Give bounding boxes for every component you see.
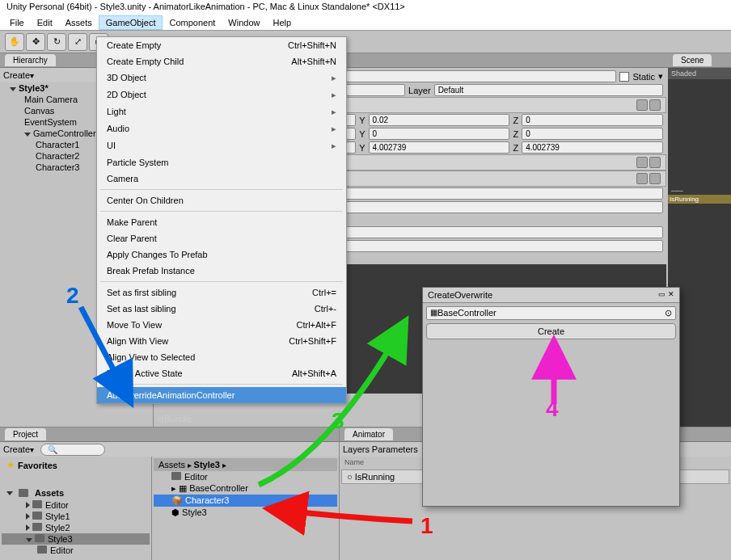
shading-dropdown[interactable]: Shaded <box>668 68 731 79</box>
pos-y[interactable] <box>369 114 510 126</box>
ctx-audio[interactable]: Audio▸ <box>97 120 346 137</box>
ctx-particle-system[interactable]: Particle System <box>97 154 346 171</box>
gear-icon[interactable] <box>649 99 661 111</box>
asset-bundle-label: etBundle <box>157 414 192 423</box>
breadcrumb[interactable]: Assets ▸ Style3 ▸ <box>154 458 337 471</box>
asset-prefab[interactable]: 📦 Character3 <box>154 495 337 507</box>
annotation-2: 2 <box>66 283 79 309</box>
folder-item[interactable]: Style1 <box>2 511 150 522</box>
ctx-create-empty[interactable]: Create EmptyCtrl+Shift+N <box>97 37 346 53</box>
popup-title-text: CreateOverwrite <box>428 290 492 300</box>
annotation-4: 4 <box>546 396 559 422</box>
move-tool[interactable]: ✥ <box>26 33 45 51</box>
folder-item[interactable]: Editor <box>2 545 150 556</box>
scene-tab[interactable]: Scene <box>673 54 712 66</box>
ctx-add-override-controller[interactable]: AddOverrideAnimationController <box>97 387 346 403</box>
asset-scene[interactable]: ⬢ Style3 <box>154 507 337 519</box>
assets-root[interactable]: Assets <box>2 486 150 499</box>
parameters-tab[interactable]: Parameters <box>372 444 418 454</box>
asset-folder[interactable]: Editor <box>154 471 337 482</box>
popup-controls[interactable]: ▭ ✕ <box>658 290 674 300</box>
rot-y[interactable] <box>369 128 510 140</box>
ctx-break-prefab[interactable]: Break Prefab Instance <box>97 263 346 279</box>
help-icon[interactable] <box>636 157 648 168</box>
ctx-first-sibling[interactable]: Set as first siblingCtrl+= <box>97 284 346 301</box>
annotation-1: 1 <box>420 513 433 539</box>
static-label: Static <box>632 72 655 82</box>
gameobject-context-menu: Create EmptyCtrl+Shift+N Create Empty Ch… <box>96 36 347 404</box>
menu-gameobject[interactable]: GameObject <box>99 15 163 30</box>
menu-bar: File Edit Assets GameObject Component Wi… <box>0 15 731 31</box>
create-dropdown[interactable]: Create <box>3 444 30 454</box>
ctx-toggle-active[interactable]: Toggle Active StateAlt+Shift+A <box>97 365 346 381</box>
gear-icon[interactable] <box>649 157 661 168</box>
create-dropdown[interactable]: Create <box>3 70 30 80</box>
menu-help[interactable]: Help <box>266 16 298 29</box>
animator-tab[interactable]: Animator <box>344 428 393 440</box>
ctx-center-children[interactable]: Center On Children <box>97 192 346 208</box>
menu-file[interactable]: File <box>3 16 31 29</box>
asset-controller[interactable]: ▸ ▦ BaseController <box>154 482 337 495</box>
menu-component[interactable]: Component <box>163 16 222 29</box>
ctx-2d-object[interactable]: 2D Object▸ <box>97 86 346 103</box>
ctx-3d-object[interactable]: 3D Object▸ <box>97 69 346 86</box>
help-icon[interactable] <box>636 173 648 184</box>
window-title: Unity Personal (64bit) - Style3.unity - … <box>0 0 731 15</box>
static-checkbox[interactable] <box>619 72 629 82</box>
rotate-tool[interactable]: ↻ <box>47 33 66 51</box>
ctx-move-to-view[interactable]: Move To ViewCtrl+Alt+F <box>97 317 346 333</box>
pos-z[interactable] <box>522 114 663 126</box>
layers-tab[interactable]: Layers <box>343 444 370 454</box>
hand-tool[interactable]: ✋ <box>5 33 24 51</box>
ctx-camera[interactable]: Camera <box>97 171 346 187</box>
favorites-header[interactable]: ★Favorites <box>2 458 150 472</box>
ctx-create-empty-child[interactable]: Create Empty ChildAlt+Shift+N <box>97 53 346 69</box>
ctx-light[interactable]: Light▸ <box>97 103 346 120</box>
search-input[interactable]: 🔍 <box>40 444 105 456</box>
scene-label: IsRunning <box>668 195 731 204</box>
folder-item[interactable]: Editor <box>2 499 150 511</box>
folder-item[interactable]: Style3 <box>2 533 150 545</box>
layer-label: Layer <box>408 86 431 95</box>
base-controller-field[interactable]: ▦ BaseController⊙ <box>426 306 676 320</box>
help-icon[interactable] <box>636 99 648 111</box>
menu-edit[interactable]: Edit <box>31 16 59 29</box>
ctx-align-view-selected[interactable]: Align View to Selected <box>97 349 346 365</box>
scl-y[interactable] <box>369 141 510 154</box>
hierarchy-tab[interactable]: Hierarchy <box>5 54 56 66</box>
rot-z[interactable] <box>522 128 663 140</box>
ctx-ui[interactable]: UI▸ <box>97 137 346 154</box>
layer-dropdown[interactable]: Default <box>434 84 663 96</box>
scale-tool[interactable]: ⤢ <box>68 33 87 51</box>
folder-item[interactable]: Style2 <box>2 522 150 533</box>
annotation-3: 3 <box>332 408 344 434</box>
ctx-last-sibling[interactable]: Set as last siblingCtrl+- <box>97 301 346 317</box>
create-button[interactable]: Create <box>426 323 676 339</box>
gear-icon[interactable] <box>649 173 661 184</box>
scl-z[interactable] <box>522 141 663 154</box>
ctx-apply-prefab[interactable]: Apply Changes To Prefab <box>97 246 346 263</box>
menu-window[interactable]: Window <box>222 16 266 29</box>
ctx-align-with-view[interactable]: Align With ViewCtrl+Shift+F <box>97 333 346 349</box>
ctx-clear-parent[interactable]: Clear Parent <box>97 230 346 246</box>
project-panel: Project Create ▾ 🔍 ★Favorites Assets Edi… <box>0 427 340 560</box>
project-tab[interactable]: Project <box>5 428 46 440</box>
menu-assets[interactable]: Assets <box>59 16 99 29</box>
ctx-make-parent[interactable]: Make Parent <box>97 214 346 230</box>
